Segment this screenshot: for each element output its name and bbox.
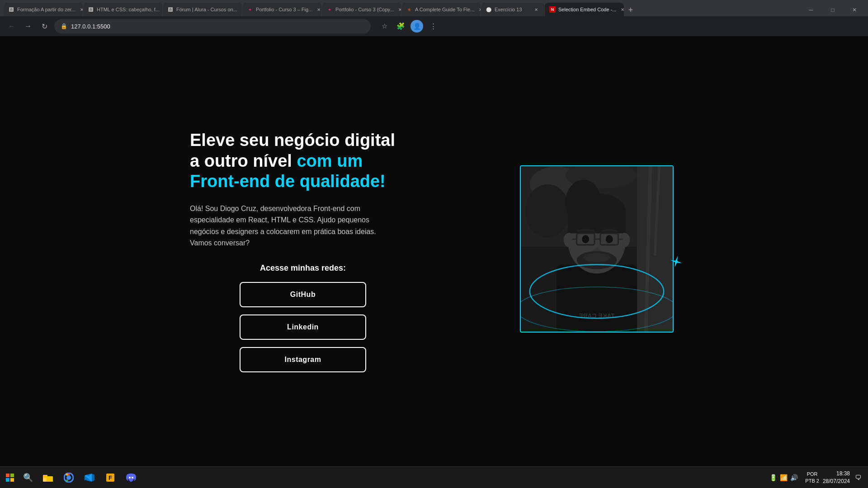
address-port: 5500 bbox=[97, 23, 110, 30]
social-label: Acesse minhas redes: bbox=[190, 263, 416, 273]
new-tab-button[interactable]: + bbox=[624, 4, 637, 16]
svg-point-22 bbox=[582, 235, 589, 243]
forward-button[interactable]: → bbox=[22, 20, 34, 33]
tab-label-5: Portfolio - Curso 3 (Copy... bbox=[335, 7, 394, 12]
headline-part1: Eleve seu negócio digital bbox=[190, 131, 395, 150]
svg-point-41 bbox=[129, 477, 131, 479]
tab-favicon-3: 🅰 bbox=[167, 6, 174, 13]
taskbar-discord[interactable] bbox=[121, 467, 141, 488]
left-section: Eleve seu negócio digital a outro nível … bbox=[190, 130, 416, 372]
browser-actions: ☆ 🧩 👤 ⋮ bbox=[378, 20, 439, 33]
social-buttons: GitHub Linkedin Instagram bbox=[190, 282, 416, 372]
tab-forum[interactable]: 🅰 Fórum | Alura - Cursos on... ✕ bbox=[163, 3, 242, 16]
extensions-button[interactable]: 🧩 bbox=[394, 20, 407, 33]
profile-button[interactable]: 👤 bbox=[410, 20, 423, 33]
address-text: 127.0.0.1:5500 bbox=[71, 23, 110, 30]
tab-label-2: HTML e CSS: cabeçalho, f... bbox=[97, 7, 160, 12]
address-bar[interactable]: 🔒 127.0.0.1:5500 bbox=[54, 19, 371, 33]
taskbar-chrome[interactable] bbox=[59, 467, 79, 488]
tab-close-6[interactable]: ✕ bbox=[477, 6, 481, 13]
svg-point-7 bbox=[525, 184, 570, 238]
github-button[interactable]: GitHub bbox=[240, 282, 366, 307]
svg-rect-30 bbox=[6, 474, 9, 477]
tab-formacao[interactable]: 🅰 Formação A partir do zer... ✕ bbox=[4, 3, 83, 16]
headline-part2: a outro nível bbox=[190, 151, 297, 170]
tab-label-8: Selection Embed Code -... bbox=[558, 7, 616, 12]
tab-label-4: Portfolio - Curso 3 – Fig... bbox=[256, 7, 312, 12]
svg-text:F: F bbox=[108, 474, 112, 481]
minimize-button[interactable]: ─ bbox=[801, 4, 821, 16]
taskbar-app4[interactable]: F bbox=[100, 467, 120, 488]
svg-rect-36 bbox=[47, 476, 53, 482]
taskbar: 🔍 bbox=[0, 466, 868, 488]
taskbar-vscode[interactable] bbox=[80, 467, 99, 488]
taskbar-search-button[interactable]: 🔍 bbox=[20, 467, 36, 488]
taskbar-date-display: 28/07/2024 bbox=[823, 478, 850, 485]
svg-point-23 bbox=[606, 235, 613, 243]
taskbar-system-icons: 🔋 📶 🔊 bbox=[769, 474, 798, 481]
svg-marker-29 bbox=[669, 254, 684, 269]
taskbar-time-display: 18:38 bbox=[823, 470, 850, 478]
notification-button[interactable]: 🗨 bbox=[854, 473, 863, 482]
tab-selection-embed[interactable]: N Selection Embed Code -... ✕ bbox=[545, 3, 624, 16]
tab-favicon-7: ⚪ bbox=[486, 6, 492, 13]
tab-close-5[interactable]: ✕ bbox=[396, 6, 401, 13]
tab-html-css[interactable]: 🅰 HTML e CSS: cabeçalho, f... ✕ bbox=[83, 3, 162, 16]
tab-flexbox[interactable]: ✳ A Complete Guide To Fle... ✕ bbox=[401, 3, 481, 16]
restore-button[interactable]: □ bbox=[823, 4, 843, 16]
svg-point-38 bbox=[66, 475, 71, 480]
svg-rect-31 bbox=[10, 474, 14, 477]
tab-label-1: Formação A partir do zer... bbox=[17, 7, 75, 12]
volume-icon: 🔊 bbox=[790, 474, 798, 481]
svg-rect-32 bbox=[6, 478, 9, 482]
svg-rect-33 bbox=[10, 478, 14, 482]
instagram-button[interactable]: Instagram bbox=[240, 347, 366, 372]
close-button[interactable]: ✕ bbox=[844, 4, 864, 16]
tab-close-4[interactable]: ✕ bbox=[315, 6, 321, 13]
reload-button[interactable]: ↻ bbox=[38, 20, 51, 33]
taskbar-file-explorer[interactable] bbox=[38, 467, 58, 488]
language-layout: PTB 2 bbox=[805, 478, 819, 484]
svg-rect-14 bbox=[568, 211, 626, 233]
menu-button[interactable]: ⋮ bbox=[427, 20, 439, 33]
tab-portfolio-figma[interactable]: ✦ Portfolio - Curso 3 – Fig... ✕ bbox=[242, 3, 321, 16]
tab-label-7: Exercício 13 bbox=[495, 7, 522, 12]
tab-favicon-6: ✳ bbox=[406, 6, 412, 13]
back-button[interactable]: ← bbox=[5, 20, 18, 33]
tab-favicon-4: ✦ bbox=[247, 6, 253, 13]
tab-favicon-8: N bbox=[549, 6, 556, 13]
profile-photo: TAKE CARE bbox=[521, 166, 673, 332]
tab-label-3: Fórum | Alura - Cursos on... bbox=[176, 7, 237, 12]
tab-favicon-5: ✦ bbox=[326, 6, 333, 13]
tab-close-8[interactable]: ✕ bbox=[619, 6, 624, 13]
svg-rect-9 bbox=[557, 265, 637, 332]
photo-container: TAKE CARE bbox=[520, 165, 674, 333]
bookmark-button[interactable]: ☆ bbox=[378, 20, 391, 33]
lock-icon: 🔒 bbox=[61, 23, 67, 29]
language-name: POR bbox=[805, 471, 819, 477]
tab-label-6: A Complete Guide To Fle... bbox=[415, 7, 474, 12]
right-section: TAKE CARE bbox=[506, 161, 678, 342]
tab-favicon-2: 🅰 bbox=[88, 6, 94, 13]
language-indicator: POR PTB 2 bbox=[805, 471, 819, 484]
tab-portfolio-copy[interactable]: ✦ Portfolio - Curso 3 (Copy... ✕ bbox=[322, 3, 401, 16]
tab-exercicio[interactable]: ⚪ Exercício 13 ✕ bbox=[481, 3, 544, 16]
tab-close-7[interactable]: ✕ bbox=[533, 6, 540, 13]
tab-close-1[interactable]: ✕ bbox=[78, 6, 83, 13]
taskbar-apps: F bbox=[38, 467, 141, 488]
svg-point-15 bbox=[564, 233, 575, 247]
headline: Eleve seu negócio digital a outro nível … bbox=[190, 130, 416, 192]
browser-controls: ← → ↻ 🔒 127.0.0.1:5500 ☆ 🧩 👤 ⋮ bbox=[0, 16, 868, 36]
svg-point-26 bbox=[583, 253, 610, 262]
description-text: Olá! Sou Diogo Cruz, desenvolvedora Fron… bbox=[190, 203, 380, 249]
svg-point-16 bbox=[619, 233, 630, 247]
taskbar-datetime: 18:38 28/07/2024 bbox=[823, 470, 850, 485]
start-button[interactable] bbox=[0, 467, 20, 488]
tab-close-3[interactable]: ✕ bbox=[240, 6, 242, 13]
browser-chrome: 🅰 Formação A partir do zer... ✕ 🅰 HTML e… bbox=[0, 0, 868, 36]
linkedin-button[interactable]: Linkedin bbox=[240, 314, 366, 340]
page-content: Eleve seu negócio digital a outro nível … bbox=[0, 36, 868, 466]
address-prefix: 127.0.0.1: bbox=[71, 23, 97, 30]
battery-icon: 🔋 bbox=[769, 474, 777, 481]
network-icon: 📶 bbox=[780, 474, 788, 481]
